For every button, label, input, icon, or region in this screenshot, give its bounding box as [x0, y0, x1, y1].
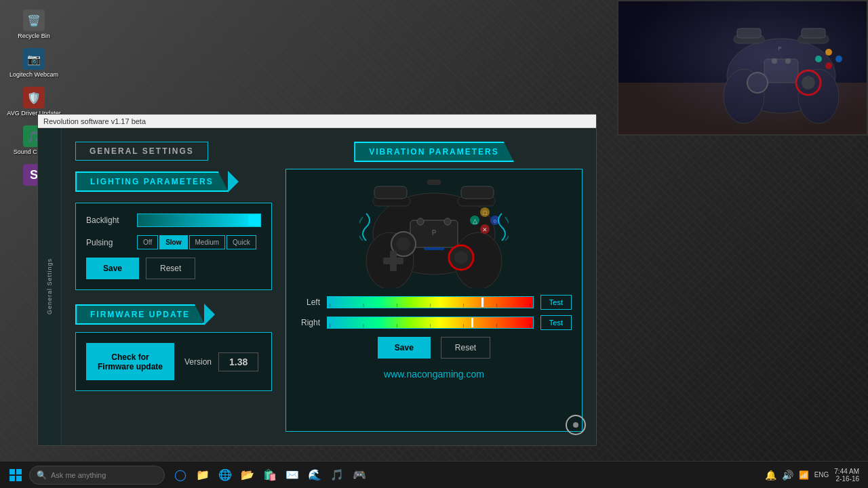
pulse-medium-button[interactable]: Medium [189, 235, 226, 249]
svg-point-27 [397, 237, 410, 251]
right-slider-ticks: | | | | | | | [328, 323, 533, 327]
general-settings-button[interactable]: GENERAL SETTINGS [75, 142, 208, 161]
webcam-preview: P [617, 0, 868, 136]
version-value: 1.38 [218, 352, 258, 371]
svg-point-8 [747, 73, 768, 93]
svg-point-4 [798, 69, 839, 123]
pulse-quick-button[interactable]: Quick [226, 235, 256, 249]
pulse-off-button[interactable]: Off [137, 235, 158, 249]
taskbar-media-icon[interactable]: 🎵 [327, 463, 347, 487]
taskbar-app-icons: ◯ 📁 🌐 📂 🛍️ ✉️ 🌊 🎵 🎮 [170, 463, 370, 487]
svg-rect-17 [798, 35, 829, 43]
taskbar-time-display: 7:44 AM [834, 468, 859, 475]
backlight-row: Backlight [86, 214, 261, 227]
lighting-header: LIGHTING PARAMETERS [75, 171, 272, 192]
svg-point-12 [835, 56, 842, 62]
app-window: Revolution software v1.17 beta General S… [37, 114, 597, 446]
lighting-save-button[interactable]: Save [86, 258, 139, 279]
main-panel: GENERAL SETTINGS LIGHTING PARAMETERS Bac… [62, 128, 596, 445]
svg-point-11 [825, 62, 832, 69]
general-settings-header: GENERAL SETTINGS [75, 142, 272, 161]
svg-text:○: ○ [493, 218, 496, 224]
lighting-arrow [228, 171, 239, 192]
svg-point-41 [417, 218, 424, 225]
left-vib-slider[interactable]: | | | | | | | [327, 296, 534, 308]
taskbar-volume-icon[interactable]: 🔊 [782, 470, 793, 481]
webcam-label: Logitech Webcam [9, 71, 58, 78]
taskbar-ie-icon[interactable]: 🌐 [215, 463, 235, 487]
svg-point-2 [727, 39, 835, 113]
svg-point-7 [802, 76, 815, 89]
right-vib-slider[interactable]: | | | | | | | [327, 317, 534, 329]
right-vib-row: Right | | | | | [296, 315, 572, 330]
taskbar-network-icon[interactable]: 📶 [799, 470, 809, 480]
recycle-bin-img: 🗑️ [23, 9, 45, 31]
pulsing-label: Pulsing [86, 238, 130, 247]
version-info: Version 1.38 [184, 352, 258, 371]
app-titlebar: Revolution software v1.17 beta [38, 115, 596, 128]
svg-rect-1 [618, 83, 868, 136]
taskbar-explorer-icon[interactable]: 📁 [193, 463, 213, 487]
left-test-button[interactable]: Test [540, 295, 572, 310]
vibration-controls: Left | | | | | [296, 295, 572, 330]
svg-rect-19 [802, 28, 825, 38]
taskbar-gamepad-icon[interactable]: 🎮 [349, 463, 370, 487]
check-firmware-button[interactable]: Check for Firmware update [86, 343, 174, 380]
recycle-bin-label: Recycle Bin [18, 33, 50, 39]
start-button[interactable] [3, 463, 27, 487]
taskbar-mail-icon[interactable]: ✉️ [282, 463, 302, 487]
desktop: 🗑️ Recycle Bin 📷 Logitech Webcam 🛡️ AVG … [0, 0, 868, 488]
recycle-bin-icon[interactable]: 🗑️ Recycle Bin [3, 7, 64, 42]
taskbar-clock[interactable]: 7:44 AM 2-16-16 [834, 468, 859, 483]
lighting-btn-row: Save Reset [86, 258, 261, 279]
taskbar-cortana-icon[interactable]: ◯ [170, 463, 191, 487]
right-column: VIBRATION PARAMETERS [285, 142, 583, 432]
taskbar-edge-icon[interactable]: 🌊 [304, 463, 325, 487]
taskbar-store-icon[interactable]: 🛍️ [260, 463, 280, 487]
svg-rect-48 [16, 469, 22, 474]
svg-point-13 [772, 58, 777, 64]
svg-rect-31 [383, 258, 403, 264]
backlight-slider[interactable] [137, 214, 261, 227]
svg-text:□: □ [483, 209, 487, 216]
firmware-header: FIRMWARE UPDATE [75, 304, 272, 325]
search-icon: 🔍 [37, 470, 47, 480]
vib-btn-row: Save Reset [378, 337, 490, 359]
right-test-button[interactable]: Test [540, 315, 572, 330]
svg-point-10 [825, 49, 832, 56]
taskbar-right: 🔔 🔊 📶 ENG 7:44 AM 2-16-16 [765, 468, 865, 483]
app-title: Revolution software v1.17 beta [43, 117, 146, 125]
svg-rect-18 [737, 28, 761, 38]
app-content: General Settings GENERAL SETTINGS LIGHTI… [38, 128, 596, 445]
svg-rect-16 [734, 35, 764, 43]
svg-rect-50 [16, 476, 22, 481]
left-slider-ticks: | | | | | | | [328, 303, 533, 307]
firmware-update-button[interactable]: FIRMWARE UPDATE [75, 304, 205, 325]
svg-point-42 [444, 218, 451, 225]
lighting-params-button[interactable]: LIGHTING PARAMETERS [75, 171, 229, 192]
circle-button-inner [573, 422, 578, 428]
controller-display: ✕ △ ○ □ P [359, 180, 509, 288]
vibration-params-button[interactable]: VIBRATION PARAMETERS [354, 142, 514, 162]
lighting-reset-button[interactable]: Reset [146, 258, 195, 279]
pulse-slow-button[interactable]: Slow [159, 235, 187, 249]
taskbar-folder-icon[interactable]: 📂 [237, 463, 258, 487]
circle-button[interactable] [566, 415, 586, 435]
right-vib-label: Right [296, 318, 320, 327]
svg-rect-25 [424, 247, 444, 250]
taskbar-language[interactable]: ENG [814, 471, 829, 479]
firmware-content: Check for Firmware update Version 1.38 [86, 343, 261, 380]
backlight-label: Backlight [86, 216, 130, 225]
svg-rect-45 [374, 186, 407, 199]
taskbar-date-display: 2-16-16 [836, 475, 859, 483]
left-vib-label: Left [296, 298, 320, 307]
taskbar-search[interactable]: 🔍 Ask me anything [29, 466, 165, 485]
webcam-icon[interactable]: 📷 Logitech Webcam [3, 45, 64, 81]
svg-rect-47 [9, 469, 15, 474]
vib-reset-button[interactable]: Reset [441, 337, 490, 359]
svg-point-29 [454, 251, 468, 264]
vib-save-button[interactable]: Save [378, 337, 431, 359]
firmware-arrow [204, 304, 215, 325]
svg-point-3 [724, 69, 764, 123]
taskbar-notification-icon[interactable]: 🔔 [765, 470, 776, 481]
